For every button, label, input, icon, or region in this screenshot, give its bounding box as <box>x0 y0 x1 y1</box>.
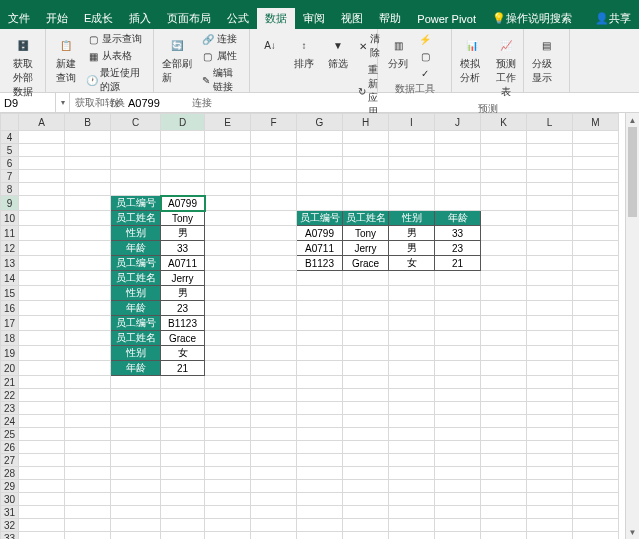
cell-F6[interactable] <box>251 157 297 170</box>
cell-D30[interactable] <box>161 493 205 506</box>
cell-B31[interactable] <box>65 506 111 519</box>
cell-E26[interactable] <box>205 441 251 454</box>
cell-C33[interactable] <box>111 532 161 540</box>
cell-K26[interactable] <box>481 441 527 454</box>
cell-J15[interactable] <box>435 286 481 301</box>
cell-H31[interactable] <box>343 506 389 519</box>
cell-G10[interactable]: 员工编号 <box>297 211 343 226</box>
cell-J22[interactable] <box>435 389 481 402</box>
cell-A15[interactable] <box>19 286 65 301</box>
cell-K6[interactable] <box>481 157 527 170</box>
cell-C12[interactable]: 年龄 <box>111 241 161 256</box>
row-header-10[interactable]: 10 <box>1 211 19 226</box>
cell-D7[interactable] <box>161 170 205 183</box>
cell-I17[interactable] <box>389 316 435 331</box>
cell-K32[interactable] <box>481 519 527 532</box>
menu-tab-3[interactable]: 插入 <box>121 8 159 29</box>
cell-C11[interactable]: 性别 <box>111 226 161 241</box>
cell-A22[interactable] <box>19 389 65 402</box>
cell-B12[interactable] <box>65 241 111 256</box>
cell-L32[interactable] <box>527 519 573 532</box>
col-header-D[interactable]: D <box>161 114 205 131</box>
cell-H28[interactable] <box>343 467 389 480</box>
cell-L6[interactable] <box>527 157 573 170</box>
cell-B30[interactable] <box>65 493 111 506</box>
cell-A5[interactable] <box>19 144 65 157</box>
row-header-25[interactable]: 25 <box>1 428 19 441</box>
cell-M26[interactable] <box>573 441 619 454</box>
cell-D9[interactable]: A0799 <box>161 196 205 211</box>
cell-L14[interactable] <box>527 271 573 286</box>
cancel-formula-button[interactable]: ✕ <box>70 96 88 109</box>
cell-B21[interactable] <box>65 376 111 389</box>
edit-links-button[interactable]: ✎编辑链接 <box>199 65 245 95</box>
tell-me-search[interactable]: 💡 操作说明搜索 <box>484 8 580 29</box>
cell-I22[interactable] <box>389 389 435 402</box>
cell-H21[interactable] <box>343 376 389 389</box>
cell-M4[interactable] <box>573 131 619 144</box>
cell-K7[interactable] <box>481 170 527 183</box>
cell-F5[interactable] <box>251 144 297 157</box>
cell-K25[interactable] <box>481 428 527 441</box>
cell-F11[interactable] <box>251 226 297 241</box>
cell-I10[interactable]: 性别 <box>389 211 435 226</box>
cell-G26[interactable] <box>297 441 343 454</box>
cell-H15[interactable] <box>343 286 389 301</box>
cell-H18[interactable] <box>343 331 389 346</box>
cell-A21[interactable] <box>19 376 65 389</box>
col-header-G[interactable]: G <box>297 114 343 131</box>
cell-G27[interactable] <box>297 454 343 467</box>
row-header-8[interactable]: 8 <box>1 183 19 196</box>
forecast-sheet-button[interactable]: 📈预测 工作表 <box>490 31 522 101</box>
cell-I12[interactable]: 男 <box>389 241 435 256</box>
row-header-6[interactable]: 6 <box>1 157 19 170</box>
cell-C17[interactable]: 员工编号 <box>111 316 161 331</box>
cell-E5[interactable] <box>205 144 251 157</box>
cell-M23[interactable] <box>573 402 619 415</box>
cell-J11[interactable]: 33 <box>435 226 481 241</box>
cell-I19[interactable] <box>389 346 435 361</box>
cell-H10[interactable]: 员工姓名 <box>343 211 389 226</box>
cell-B17[interactable] <box>65 316 111 331</box>
cell-A28[interactable] <box>19 467 65 480</box>
row-header-13[interactable]: 13 <box>1 256 19 271</box>
row-header-31[interactable]: 31 <box>1 506 19 519</box>
cell-F4[interactable] <box>251 131 297 144</box>
cell-K17[interactable] <box>481 316 527 331</box>
cell-F20[interactable] <box>251 361 297 376</box>
cell-L31[interactable] <box>527 506 573 519</box>
cell-L23[interactable] <box>527 402 573 415</box>
recent-sources-button[interactable]: 🕐最近使用的源 <box>84 65 149 95</box>
cell-B4[interactable] <box>65 131 111 144</box>
cell-M6[interactable] <box>573 157 619 170</box>
cell-H20[interactable] <box>343 361 389 376</box>
sort-asc-button[interactable]: A↓ <box>254 31 286 59</box>
cell-I21[interactable] <box>389 376 435 389</box>
cell-L33[interactable] <box>527 532 573 540</box>
cell-B24[interactable] <box>65 415 111 428</box>
cell-G6[interactable] <box>297 157 343 170</box>
cell-A11[interactable] <box>19 226 65 241</box>
cell-E7[interactable] <box>205 170 251 183</box>
col-header-M[interactable]: M <box>573 114 619 131</box>
cell-C8[interactable] <box>111 183 161 196</box>
cell-C16[interactable]: 年龄 <box>111 301 161 316</box>
cell-M16[interactable] <box>573 301 619 316</box>
cell-J31[interactable] <box>435 506 481 519</box>
cell-E20[interactable] <box>205 361 251 376</box>
filter-button[interactable]: ▼筛选 <box>322 31 354 73</box>
cell-C13[interactable]: 员工编号 <box>111 256 161 271</box>
cell-J5[interactable] <box>435 144 481 157</box>
cell-K15[interactable] <box>481 286 527 301</box>
row-header-22[interactable]: 22 <box>1 389 19 402</box>
cell-C20[interactable]: 年龄 <box>111 361 161 376</box>
cell-D16[interactable]: 23 <box>161 301 205 316</box>
cell-H32[interactable] <box>343 519 389 532</box>
cell-I32[interactable] <box>389 519 435 532</box>
cell-B8[interactable] <box>65 183 111 196</box>
cell-G18[interactable] <box>297 331 343 346</box>
cell-K10[interactable] <box>481 211 527 226</box>
cell-D19[interactable]: 女 <box>161 346 205 361</box>
cell-L17[interactable] <box>527 316 573 331</box>
cell-B16[interactable] <box>65 301 111 316</box>
